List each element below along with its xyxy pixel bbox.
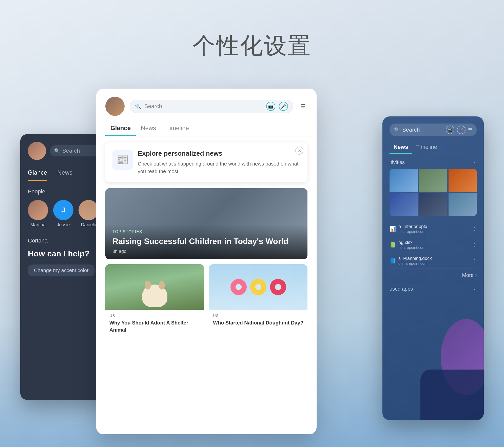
news-headline-donuts: Who Started National Doughnut Day? — [213, 319, 303, 326]
search-bar-light[interactable]: 🔍 Search 📷 🎤 — [130, 100, 293, 113]
person-martina: Martina — [28, 200, 48, 228]
donuts-image — [209, 264, 307, 310]
tab-glance-center[interactable]: Glance — [105, 121, 136, 136]
file-dots-pptx[interactable]: ⋮ — [473, 227, 477, 231]
tab-timeline-center[interactable]: Timeline — [161, 121, 194, 136]
news-category-donuts: US — [213, 313, 303, 318]
file-name-pptx: o_Interior.pptx — [398, 224, 470, 229]
file-icon-pptx: 📊 — [390, 226, 396, 232]
cards-container: 🔍 Search Glance News People Martina J Je… — [0, 89, 504, 447]
person-name-martina: Martina — [30, 222, 46, 228]
file-info-pptx: o_Interior.pptx .sharepoint.com — [398, 224, 470, 234]
file-domain-pptx: .sharepoint.com — [398, 229, 470, 234]
news-content-donuts: US Who Started National Doughnut Day? — [209, 310, 307, 345]
tab-glance-dark[interactable]: Glance — [28, 169, 47, 181]
avatar-face — [28, 142, 46, 160]
dog-body — [142, 285, 167, 307]
notification-text: Explore personalized news Check out what… — [138, 150, 300, 175]
camera-icon-blue[interactable]: 📷 — [446, 126, 454, 134]
search-label-dark: Search — [62, 148, 80, 154]
dog-ear-left — [145, 281, 151, 290]
donut-red — [270, 279, 286, 295]
photo-grid — [390, 169, 477, 216]
photo-aerial[interactable] — [419, 169, 447, 192]
person-name-daniela: Daniela — [81, 222, 96, 228]
news-category-dog: US — [109, 313, 200, 318]
news-card-donuts[interactable]: US Who Started National Doughnut Day? — [209, 264, 307, 345]
photo-sleeping[interactable] — [390, 193, 418, 216]
dog-ears — [145, 281, 165, 290]
card-center: 🔍 Search 📷 🎤 ☰ Glance News Timeline 📰 Ex… — [96, 89, 317, 434]
person-jessie: J Jessie — [53, 200, 73, 228]
more-button[interactable]: More › — [382, 269, 484, 282]
card-right-header: 🔍 Search 📷 🎤 ☰ — [382, 116, 484, 136]
avatar-jessie[interactable]: J — [53, 200, 73, 220]
dog-image — [105, 264, 204, 310]
news-headline-dog: Why You Should Adopt A Shelter Animal — [109, 319, 200, 333]
recent-apps-title: used apps — [390, 286, 413, 292]
recent-apps-dots-button[interactable]: ··· — [472, 286, 477, 292]
file-item-pptx: 📊 o_Interior.pptx .sharepoint.com ⋮ — [390, 221, 477, 237]
file-domain-xlsx: .sharepoint.com — [398, 245, 470, 250]
person-daniela: Daniela — [79, 200, 99, 228]
notification-card: 📰 Explore personalized news Check out wh… — [105, 143, 307, 182]
photo-friends[interactable] — [449, 193, 477, 216]
news-img-donuts — [209, 264, 307, 310]
search-placeholder-light: Search — [144, 103, 263, 110]
photo-mountains[interactable] — [390, 169, 418, 192]
avatar-daniela[interactable] — [79, 200, 99, 220]
news-card-dog[interactable]: US Why You Should Adopt A Shelter Animal — [105, 264, 204, 345]
file-item-xlsx: 📗 ng.xlsx .sharepoint.com ⋮ — [390, 237, 477, 253]
activities-header: itivities ··· — [390, 159, 477, 165]
activities-section: itivities ··· — [382, 154, 484, 221]
recent-apps-header: used apps ··· — [390, 286, 477, 292]
news-content-dog: US Why You Should Adopt A Shelter Animal — [105, 310, 204, 345]
card-right: 🔍 Search 📷 🎤 ☰ News Timeline itivities ·… — [382, 116, 484, 420]
mic-icon-blue[interactable]: 🎤 — [457, 126, 466, 134]
search-action-icons: 📷 🎤 — [266, 102, 288, 111]
story-overlay: TOP STORIES Raising Successful Children … — [105, 225, 307, 259]
photo-autumn[interactable] — [449, 169, 477, 192]
news-row: US Why You Should Adopt A Shelter Animal… — [105, 264, 307, 345]
person-name-jessie: Jessie — [57, 222, 70, 228]
mic-icon-btn[interactable]: 🎤 — [279, 102, 288, 111]
file-dots-xlsx[interactable]: ⋮ — [473, 242, 477, 247]
tabs-right: News Timeline — [382, 141, 484, 154]
search-placeholder-blue: Search — [402, 127, 443, 133]
camera-icon-btn[interactable]: 📷 — [266, 102, 275, 111]
notification-icon: 📰 — [112, 150, 133, 170]
page-title: 个性化设置 — [0, 0, 504, 61]
photo-stripes[interactable] — [419, 193, 447, 216]
notification-close-button[interactable]: ✕ — [295, 147, 303, 155]
tab-news-right[interactable]: News — [390, 141, 412, 154]
file-icon-docx: 📘 — [390, 258, 396, 264]
tab-news-dark[interactable]: News — [57, 169, 72, 181]
search-icon-blue: 🔍 — [394, 127, 400, 133]
file-info-xlsx: ng.xlsx .sharepoint.com — [398, 240, 470, 250]
file-icon-xlsx: 📗 — [390, 242, 396, 248]
dog-ear-right — [159, 281, 165, 290]
file-name-docx: s_Planning.docx — [398, 256, 470, 261]
settings-icon-blue[interactable]: ☰ — [468, 127, 472, 133]
file-dots-docx[interactable]: ⋮ — [473, 258, 477, 263]
blob-navy — [420, 370, 484, 420]
activities-dots-button[interactable]: ··· — [472, 159, 477, 165]
more-arrow-icon: › — [475, 273, 477, 278]
files-list: 📊 o_Interior.pptx .sharepoint.com ⋮ 📗 ng… — [382, 221, 484, 269]
cortana-accent-button[interactable]: Change my accent color — [28, 265, 95, 276]
settings-icon-btn[interactable]: ☰ — [298, 102, 307, 111]
activities-title: itivities — [390, 159, 405, 165]
search-bar-blue[interactable]: 🔍 Search 📷 🎤 ☰ — [390, 124, 477, 136]
tab-news-center[interactable]: News — [136, 121, 161, 136]
avatar-martina[interactable] — [28, 200, 48, 220]
donut-pink — [230, 279, 247, 295]
tab-timeline-right[interactable]: Timeline — [412, 141, 441, 154]
story-time: 3h ago — [112, 249, 300, 254]
search-icon: 🔍 — [54, 148, 60, 154]
file-name-xlsx: ng.xlsx — [398, 240, 470, 245]
top-story-card[interactable]: TOP STORIES Raising Successful Children … — [105, 188, 307, 259]
tabs-center: Glance News Timeline — [96, 121, 317, 136]
recent-apps-section: used apps ··· — [382, 282, 484, 299]
story-label: TOP STORIES — [112, 230, 300, 234]
donut-yellow — [250, 279, 266, 295]
